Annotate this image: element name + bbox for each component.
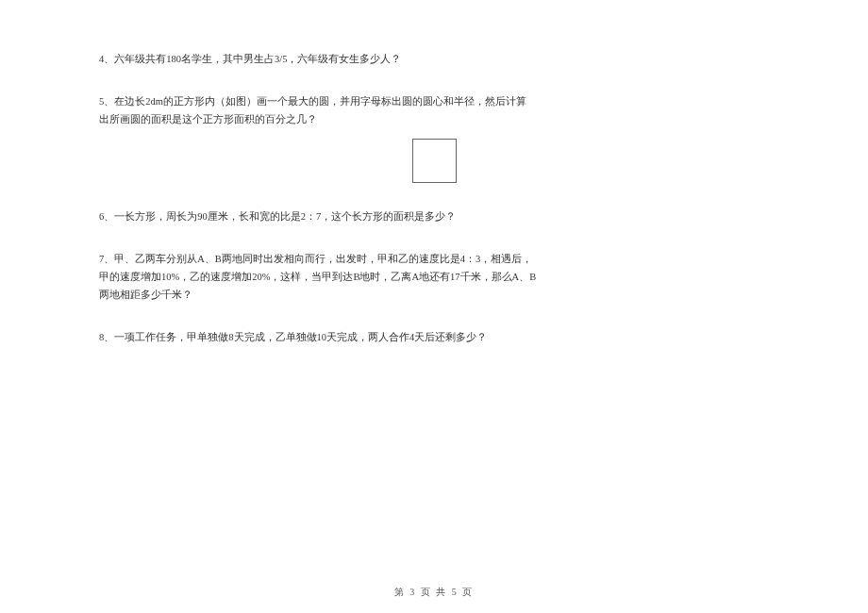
question-7-line1: 7、甲、乙两车分别从A、B两地同时出发相向而行，出发时，甲和乙的速度比是4：3，… — [99, 252, 769, 268]
question-7-line3: 两地相距多少千米？ — [99, 288, 769, 304]
page-footer: 第 3 页 共 5 页 — [0, 585, 868, 600]
question-5-line1: 5、在边长2dm的正方形内（如图）画一个最大的圆，并用字母标出圆的圆心和半径，然… — [99, 94, 769, 110]
question-8-text: 8、一项工作任务，甲单独做8天完成，乙单独做10天完成，两人合作4天后还剩多少？ — [99, 330, 769, 346]
square-figure — [412, 139, 457, 183]
question-6: 6、一长方形，周长为90厘米，长和宽的比是2：7，这个长方形的面积是多少？ — [99, 209, 769, 225]
question-6-text: 6、一长方形，周长为90厘米，长和宽的比是2：7，这个长方形的面积是多少？ — [99, 209, 769, 225]
question-7: 7、甲、乙两车分别从A、B两地同时出发相向而行，出发时，甲和乙的速度比是4：3，… — [99, 252, 769, 303]
question-4: 4、六年级共有180名学生，其中男生占3/5，六年级有女生多少人？ — [99, 52, 769, 68]
question-4-text: 4、六年级共有180名学生，其中男生占3/5，六年级有女生多少人？ — [99, 52, 769, 68]
question-7-line2: 甲的速度增加10%，乙的速度增加20%，这样，当甲到达B地时，乙离A地还有17千… — [99, 270, 769, 286]
question-5: 5、在边长2dm的正方形内（如图）画一个最大的圆，并用字母标出圆的圆心和半径，然… — [99, 94, 769, 184]
question-8: 8、一项工作任务，甲单独做8天完成，乙单独做10天完成，两人合作4天后还剩多少？ — [99, 330, 769, 346]
question-5-line2: 出所画圆的面积是这个正方形面积的百分之几？ — [99, 112, 769, 128]
